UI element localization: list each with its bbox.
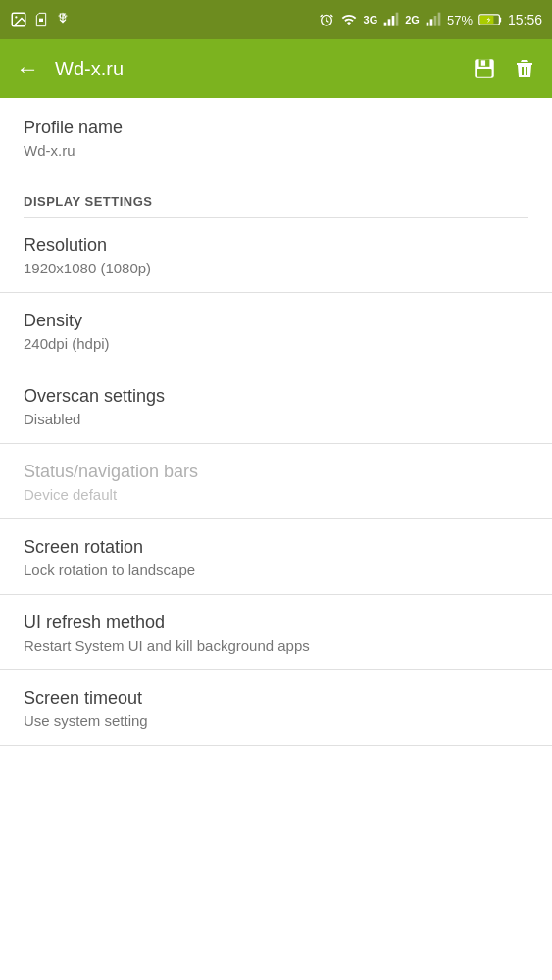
ui-refresh-item[interactable]: UI refresh method Restart System UI and …: [0, 595, 552, 670]
alarm-icon: [319, 12, 334, 27]
content-area: Profile name Wd-x.ru DISPLAY SETTINGS Re…: [0, 98, 552, 746]
svg-rect-19: [517, 63, 532, 65]
status-bar: 3G 2G 57% 15:56: [0, 0, 552, 39]
image-icon: [10, 11, 27, 28]
svg-rect-18: [477, 69, 491, 77]
svg-rect-6: [392, 16, 395, 26]
signal-bars-1: [383, 12, 399, 27]
usb-icon: [55, 11, 71, 28]
battery-icon: [478, 13, 502, 26]
save-button[interactable]: [472, 56, 497, 81]
status-bar-left-icons: [10, 11, 71, 28]
display-settings-title: DISPLAY SETTINGS: [24, 194, 528, 209]
svg-rect-2: [39, 19, 43, 22]
battery-percent: 57%: [447, 13, 473, 27]
ui-refresh-subtitle: Restart System UI and kill background ap…: [24, 637, 528, 654]
overscan-subtitle: Disabled: [24, 411, 528, 427]
resolution-title: Resolution: [24, 235, 528, 256]
overscan-title: Overscan settings: [24, 386, 528, 407]
screen-timeout-title: Screen timeout: [24, 688, 528, 709]
display-settings-header: DISPLAY SETTINGS: [0, 174, 552, 217]
svg-rect-7: [396, 13, 399, 26]
svg-rect-10: [434, 16, 437, 26]
wifi-icon: [340, 12, 358, 27]
ui-refresh-title: UI refresh method: [24, 612, 528, 633]
signal-bars-2: [426, 12, 441, 27]
screen-rotation-title: Screen rotation: [24, 537, 528, 558]
density-subtitle: 240dpi (hdpi): [24, 335, 528, 352]
time: 15:56: [508, 12, 542, 27]
profile-name-value: Wd-x.ru: [24, 142, 528, 159]
svg-rect-13: [499, 17, 501, 22]
screen-timeout-subtitle: Use system setting: [24, 712, 528, 729]
svg-point-1: [15, 16, 17, 18]
profile-name-label: Profile name: [24, 118, 528, 138]
app-bar: ← Wd-x.ru: [0, 39, 552, 98]
profile-name-section[interactable]: Profile name Wd-x.ru: [0, 98, 552, 174]
status-nav-bars-subtitle: Device default: [24, 486, 528, 503]
resolution-item[interactable]: Resolution 1920x1080 (1080p): [0, 218, 552, 293]
screen-timeout-item[interactable]: Screen timeout Use system setting: [0, 670, 552, 746]
overscan-item[interactable]: Overscan settings Disabled: [0, 368, 552, 444]
delete-button[interactable]: [513, 56, 536, 81]
svg-rect-14: [480, 16, 494, 24]
app-bar-title: Wd-x.ru: [55, 58, 456, 80]
status-nav-bars-item: Status/navigation bars Device default: [0, 444, 552, 519]
svg-rect-8: [427, 23, 429, 26]
status-nav-bars-title: Status/navigation bars: [24, 462, 528, 482]
status-bar-right-icons: 3G 2G 57% 15:56: [319, 12, 542, 27]
signal-3g: 3G: [364, 14, 378, 25]
svg-rect-11: [438, 13, 441, 26]
screen-rotation-item[interactable]: Screen rotation Lock rotation to landsca…: [0, 519, 552, 595]
screen-rotation-subtitle: Lock rotation to landscape: [24, 562, 528, 578]
signal-2g: 2G: [405, 14, 420, 25]
svg-rect-4: [384, 23, 387, 26]
density-title: Density: [24, 311, 528, 331]
svg-rect-17: [481, 60, 485, 65]
svg-rect-5: [388, 19, 391, 25]
sim-icon: [33, 11, 49, 28]
density-item[interactable]: Density 240dpi (hdpi): [0, 293, 552, 368]
svg-rect-9: [430, 19, 433, 25]
resolution-subtitle: 1920x1080 (1080p): [24, 260, 528, 276]
back-button[interactable]: ←: [16, 55, 39, 82]
